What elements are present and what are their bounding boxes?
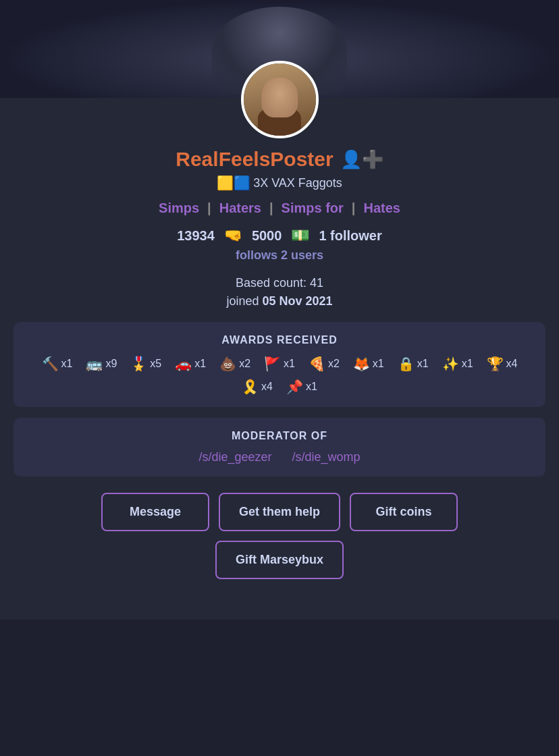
award-count: x1 [417,358,429,370]
stat-count-1: 13934 [177,228,215,244]
mod-title: MODERATOR OF [27,430,532,442]
mod-link-die-geezer[interactable]: /s/die_geezer [198,450,271,464]
username: RealFeelsPoster [176,148,333,171]
following-row: follows 2 users [236,248,323,263]
haters-link[interactable]: Haters [219,200,261,216]
pizza-icon: 🍕 [309,356,325,372]
stat-count-2: 5000 [252,228,282,244]
fist-emoji: 🤜 [224,227,242,244]
profile-nav: Simps | Haters | Simps for | Hates [159,200,400,216]
following-text: follows 2 users [236,248,323,262]
avatar [241,61,319,138]
awards-title: AWARDS RECEIVED [27,334,532,346]
awards-section: AWARDS RECEIVED 🔨 x1 🚌 x9 🎖️ x5 🚗 x1 💩 x… [14,322,545,407]
car-icon: 🚗 [175,356,192,372]
ribbon-icon: 🎗️ [242,379,259,395]
nav-sep-1: | [207,200,211,216]
moderator-section: MODERATOR OF /s/die_geezer /s/die_womp [14,418,545,477]
bus-icon: 🚌 [86,356,103,372]
based-count: Based count: 41 [236,276,323,290]
award-item: 🦊 x1 [353,356,384,372]
award-item: 🎖️ x5 [130,356,161,372]
tagline: 🟨🟦 🟨🟦3X VAX Faggots 3X VAX Faggots [217,175,342,191]
award-item: 🚗 x1 [175,356,206,372]
flag-icon: 🚩 [264,356,281,372]
award-count: x4 [261,381,273,393]
based-count-text: Based count: 41 [236,276,323,290]
mod-links: /s/die_geezer /s/die_womp [27,450,532,464]
join-label: joined [226,294,259,308]
username-row: RealFeelsPoster 👤➕ [176,148,383,171]
nav-sep-3: | [352,200,356,216]
join-date: joined 05 Nov 2021 [226,294,332,308]
trophy-icon: 🏆 [487,356,504,372]
followers-text: 1 follower [319,228,381,244]
gift-coins-button[interactable]: Gift coins [350,493,458,531]
award-count: x4 [506,358,518,370]
award-count: x1 [284,358,295,370]
money-emoji: 💵 [291,227,309,244]
tagline-display: 3X VAX Faggots [253,176,342,190]
award-item: 🔨 x1 [42,356,73,372]
gift-marseybux-button[interactable]: Gift Marseybux [215,541,344,579]
award-item: 🎗️ x4 [242,379,273,395]
award-item: 🏆 x4 [487,356,518,372]
sparkles-icon: ✨ [442,356,459,372]
award-item: ✨ x1 [442,356,473,372]
simps-link[interactable]: Simps [159,200,199,216]
nav-sep-2: | [269,200,273,216]
fox-icon: 🦊 [353,356,370,372]
action-buttons: Message Get them help Gift coins Gift Ma… [0,493,559,579]
award-count: x1 [194,358,206,370]
award-item: 💩 x2 [219,356,250,372]
message-button[interactable]: Message [101,493,209,531]
join-date-value: 05 Nov 2021 [262,294,332,308]
award-count: x1 [306,381,317,393]
mod-link-die-womp[interactable]: /s/die_womp [292,450,361,464]
pin-icon: 📌 [286,379,303,395]
award-count: x2 [328,358,340,370]
simps-for-link[interactable]: Simps for [282,200,344,216]
award-count: x5 [150,358,161,370]
award-count: x1 [373,358,384,370]
buttons-row-2: Gift Marseybux [14,541,545,579]
award-item: 📌 x1 [286,379,317,395]
avatar-image [244,63,316,136]
award-item: 🚩 x1 [264,356,295,372]
award-count: x1 [462,358,473,370]
get-help-button[interactable]: Get them help [219,493,340,531]
stats-row: 13934 🤜 5000 💵 1 follower [177,227,381,244]
profile-section: RealFeelsPoster 👤➕ 🟨🟦 🟨🟦3X VAX Faggots 3… [0,98,559,620]
award-item: 🚌 x9 [86,356,117,372]
award-item: 🔒 x1 [398,356,429,372]
flag-emoji: 🟨🟦 [217,175,250,191]
hates-link[interactable]: Hates [363,200,400,216]
buttons-row-1: Message Get them help Gift coins [14,493,545,531]
medal-icon: 🎖️ [130,356,147,372]
award-count: x9 [105,358,117,370]
poop-icon: 💩 [219,356,236,372]
user-add-icon: 👤➕ [340,149,383,170]
lock-icon: 🔒 [398,356,415,372]
award-count: x2 [239,358,250,370]
award-count: x1 [61,358,73,370]
award-item: 🍕 x2 [309,356,340,372]
awards-grid: 🔨 x1 🚌 x9 🎖️ x5 🚗 x1 💩 x2 🚩 x1 [27,356,532,395]
hammer-icon: 🔨 [42,356,59,372]
